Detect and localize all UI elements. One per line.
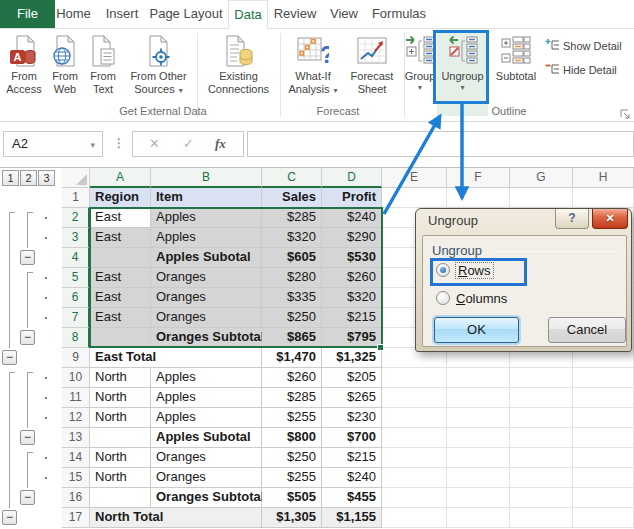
cell-D14[interactable]: $215 <box>322 448 382 468</box>
row-header-12[interactable]: 12 <box>62 408 90 428</box>
cell-C10[interactable]: $260 <box>262 368 322 388</box>
cell-A4[interactable] <box>90 248 151 268</box>
cell-D1[interactable]: Profit <box>322 188 382 208</box>
cell-C5[interactable]: $280 <box>262 268 322 288</box>
column-header-E[interactable]: E <box>382 168 447 188</box>
row-header-14[interactable]: 14 <box>62 448 90 468</box>
from-text-button[interactable]: From Text <box>84 32 122 116</box>
cell-E11[interactable] <box>382 388 447 408</box>
tab-formulas[interactable]: Formulas <box>368 0 430 28</box>
dialog-help-button[interactable]: ? <box>555 209 589 229</box>
cell-E17[interactable] <box>382 508 447 528</box>
cell-H11[interactable] <box>573 388 634 408</box>
cell-B3[interactable]: Apples <box>151 228 262 248</box>
existing-connections-button[interactable]: Existing Connections <box>200 32 277 116</box>
cell-C12[interactable]: $255 <box>262 408 322 428</box>
cell-C3[interactable]: $320 <box>262 228 322 248</box>
name-box-caret-icon[interactable]: ▾ <box>90 133 95 157</box>
cell-A7[interactable]: East <box>90 308 151 328</box>
cell-C13[interactable]: $800 <box>262 428 322 448</box>
dialog-close-button[interactable]: ✕ <box>592 209 628 229</box>
cell-H16[interactable] <box>573 488 634 508</box>
outline-level-3-button[interactable]: 3 <box>38 170 55 186</box>
cell-D3[interactable]: $290 <box>322 228 382 248</box>
cell-D10[interactable]: $205 <box>322 368 382 388</box>
cell-F16[interactable] <box>447 488 510 508</box>
tab-view[interactable]: View <box>322 0 366 28</box>
name-box[interactable]: A2 ▾ <box>3 131 103 157</box>
what-if-analysis-button[interactable]: ? What-If Analysis ▾ <box>284 32 342 116</box>
column-header-H[interactable]: H <box>573 168 634 188</box>
cancel-entry-icon[interactable]: ✕ <box>149 132 160 156</box>
formula-bar-grip-icon[interactable]: ⋮ <box>113 136 125 150</box>
cell-A3[interactable]: East <box>90 228 151 248</box>
cell-E12[interactable] <box>382 408 447 428</box>
radio-columns-circle-icon[interactable] <box>436 291 450 305</box>
cell-C6[interactable]: $335 <box>262 288 322 308</box>
cell-G12[interactable] <box>510 408 573 428</box>
row-header-13[interactable]: 13 <box>62 428 90 448</box>
row-header-6[interactable]: 6 <box>62 288 90 308</box>
cell-B15[interactable]: Oranges <box>151 468 262 488</box>
cell-G14[interactable] <box>510 448 573 468</box>
row-header-5[interactable]: 5 <box>62 268 90 288</box>
cell-H1[interactable] <box>573 188 634 208</box>
column-header-B[interactable]: B <box>151 168 262 188</box>
radio-option-columns[interactable]: Columns <box>436 288 507 308</box>
confirm-entry-icon[interactable]: ✓ <box>183 132 194 156</box>
cell-E15[interactable] <box>382 468 447 488</box>
cell-D5[interactable]: $260 <box>322 268 382 288</box>
cell-H10[interactable] <box>573 368 634 388</box>
row-header-1[interactable]: 1 <box>62 188 90 208</box>
cell-C8[interactable]: $865 <box>262 328 322 348</box>
row-header-7[interactable]: 7 <box>62 308 90 328</box>
cell-G17[interactable] <box>510 508 573 528</box>
cell-D4[interactable]: $530 <box>322 248 382 268</box>
dropdown-caret-icon[interactable]: ▾ <box>437 83 488 92</box>
cell-A17[interactable]: North Total <box>90 508 262 528</box>
cell-C9[interactable]: $1,470 <box>262 348 322 368</box>
cell-B16[interactable]: Oranges Subtotal <box>151 488 262 508</box>
cell-B4[interactable]: Apples Subotal <box>151 248 262 268</box>
cell-D7[interactable]: $215 <box>322 308 382 328</box>
cell-A12[interactable]: North <box>90 408 151 428</box>
row-header-3[interactable]: 3 <box>62 228 90 248</box>
collapse-button-row-13[interactable]: − <box>20 430 35 445</box>
cell-C7[interactable]: $250 <box>262 308 322 328</box>
tab-file[interactable]: File <box>0 0 55 28</box>
cell-H13[interactable] <box>573 428 634 448</box>
cell-F15[interactable] <box>447 468 510 488</box>
cell-F11[interactable] <box>447 388 510 408</box>
cell-B1[interactable]: Item <box>151 188 262 208</box>
subtotal-button[interactable]: Subtotal <box>491 32 541 116</box>
cell-C16[interactable]: $505 <box>262 488 322 508</box>
cell-C14[interactable]: $250 <box>262 448 322 468</box>
collapse-button-row-8[interactable]: − <box>20 330 35 345</box>
cell-A8[interactable] <box>90 328 151 348</box>
cell-E13[interactable] <box>382 428 447 448</box>
cell-F14[interactable] <box>447 448 510 468</box>
cell-B6[interactable]: Oranges <box>151 288 262 308</box>
row-header-11[interactable]: 11 <box>62 388 90 408</box>
row-header-17[interactable]: 17 <box>62 508 90 528</box>
cell-E1[interactable] <box>382 188 447 208</box>
cell-A5[interactable]: East <box>90 268 151 288</box>
column-header-A[interactable]: A <box>90 168 151 188</box>
cell-G10[interactable] <box>510 368 573 388</box>
tab-home[interactable]: Home <box>52 0 95 28</box>
cell-A9[interactable]: East Total <box>90 348 262 368</box>
cell-F13[interactable] <box>447 428 510 448</box>
cell-F10[interactable] <box>447 368 510 388</box>
cell-B7[interactable]: Oranges <box>151 308 262 328</box>
collapse-button-row-17[interactable]: − <box>2 510 17 525</box>
cell-D11[interactable]: $265 <box>322 388 382 408</box>
outline-level-1-button[interactable]: 1 <box>2 170 19 186</box>
cell-A10[interactable]: North <box>90 368 151 388</box>
cell-F1[interactable] <box>447 188 510 208</box>
cell-E16[interactable] <box>382 488 447 508</box>
column-header-G[interactable]: G <box>510 168 573 188</box>
from-other-sources-button[interactable]: From Other Sources ▾ <box>122 32 195 116</box>
cell-A13[interactable] <box>90 428 151 448</box>
forecast-sheet-button[interactable]: Forecast Sheet <box>342 32 402 116</box>
cell-C4[interactable]: $605 <box>262 248 322 268</box>
